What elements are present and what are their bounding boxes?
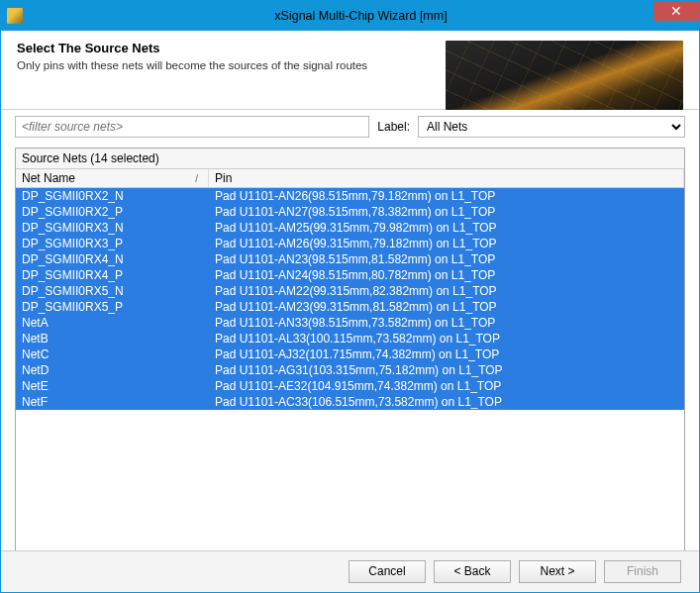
cancel-button[interactable]: Cancel — [349, 560, 426, 583]
label-caption: Label: — [377, 120, 410, 134]
cell-netname: NetB — [16, 331, 209, 346]
grid-caption: Source Nets (14 selected) — [16, 148, 684, 169]
filter-input[interactable] — [15, 116, 369, 138]
cell-netname: DP_SGMII0RX4_P — [16, 267, 209, 283]
table-row[interactable]: DP_SGMII0RX5_PPad U1101-AM23(99.315mm,81… — [16, 299, 684, 315]
close-button[interactable]: ✕ — [653, 1, 699, 21]
table-row[interactable]: DP_SGMII0RX2_NPad U1101-AN26(98.515mm,79… — [16, 188, 684, 204]
table-row[interactable]: NetEPad U1101-AE32(104.915mm,74.382mm) o… — [16, 378, 684, 394]
column-header-netname[interactable]: Net Name / — [16, 169, 209, 187]
cell-pin: Pad U1101-AC33(106.515mm,73.582mm) on L1… — [209, 394, 684, 410]
cell-pin: Pad U1101-AM25(99.315mm,79.982mm) on L1_… — [209, 220, 684, 236]
titlebar: xSignal Multi-Chip Wizard [mm] ✕ — [1, 1, 699, 31]
grid-body[interactable]: DP_SGMII0RX2_NPad U1101-AN26(98.515mm,79… — [16, 188, 684, 552]
table-row[interactable]: NetBPad U1101-AL33(100.115mm,73.582mm) o… — [16, 331, 684, 346]
cell-pin: Pad U1101-AN23(98.515mm,81.582mm) on L1_… — [209, 251, 684, 267]
cell-pin: Pad U1101-AM22(99.315mm,82.382mm) on L1_… — [209, 283, 684, 299]
cell-pin: Pad U1101-AN24(98.515mm,80.782mm) on L1_… — [209, 267, 684, 283]
cell-pin: Pad U1101-AM26(99.315mm,79.182mm) on L1_… — [209, 236, 684, 251]
table-row[interactable]: NetDPad U1101-AG31(103.315mm,75.182mm) o… — [16, 362, 684, 378]
cell-netname: DP_SGMII0RX3_N — [16, 220, 209, 236]
table-row[interactable]: DP_SGMII0RX4_PPad U1101-AN24(98.515mm,80… — [16, 267, 684, 283]
cell-pin: Pad U1101-AN26(98.515mm,79.182mm) on L1_… — [209, 188, 684, 204]
table-row[interactable]: DP_SGMII0RX3_PPad U1101-AM26(99.315mm,79… — [16, 236, 684, 251]
table-row[interactable]: NetAPad U1101-AN33(98.515mm,73.582mm) on… — [16, 315, 684, 331]
cell-netname: DP_SGMII0RX5_N — [16, 283, 209, 299]
header-graphic — [446, 41, 683, 110]
next-button[interactable]: Next > — [519, 560, 596, 583]
sort-asc-icon: / — [195, 173, 198, 184]
cell-pin: Pad U1101-AL33(100.115mm,73.582mm) on L1… — [209, 331, 684, 346]
cell-netname: DP_SGMII0RX2_N — [16, 188, 209, 204]
page-heading: Select The Source Nets — [17, 41, 446, 55]
cell-netname: NetE — [16, 378, 209, 394]
cell-netname: DP_SGMII0RX5_P — [16, 299, 209, 315]
cell-pin: Pad U1101-AN27(98.515mm,78.382mm) on L1_… — [209, 204, 684, 220]
cell-pin: Pad U1101-AE32(104.915mm,74.382mm) on L1… — [209, 378, 684, 394]
close-icon: ✕ — [670, 3, 682, 19]
wizard-footer: Cancel < Back Next > Finish — [1, 550, 699, 592]
finish-button: Finish — [604, 560, 681, 583]
cell-pin: Pad U1101-AG31(103.315mm,75.182mm) on L1… — [209, 362, 684, 378]
cell-netname: DP_SGMII0RX3_P — [16, 236, 209, 251]
column-header-pin-label: Pin — [215, 171, 232, 185]
cell-netname: NetC — [16, 346, 209, 362]
table-row[interactable]: DP_SGMII0RX2_PPad U1101-AN27(98.515mm,78… — [16, 204, 684, 220]
cell-pin: Pad U1101-AJ32(101.715mm,74.382mm) on L1… — [209, 346, 684, 362]
column-header-netname-label: Net Name — [22, 171, 75, 185]
back-button[interactable]: < Back — [434, 560, 511, 583]
table-row[interactable]: DP_SGMII0RX3_NPad U1101-AM25(99.315mm,79… — [16, 220, 684, 236]
cell-pin: Pad U1101-AN33(98.515mm,73.582mm) on L1_… — [209, 315, 684, 331]
window-title: xSignal Multi-Chip Wizard [mm] — [23, 9, 699, 23]
column-header-pin[interactable]: Pin — [209, 169, 684, 187]
cell-netname: NetF — [16, 394, 209, 410]
table-row[interactable]: DP_SGMII0RX5_NPad U1101-AM22(99.315mm,82… — [16, 283, 684, 299]
cell-netname: NetD — [16, 362, 209, 378]
app-icon — [7, 8, 23, 24]
table-row[interactable]: NetCPad U1101-AJ32(101.715mm,74.382mm) o… — [16, 346, 684, 362]
table-row[interactable]: NetFPad U1101-AC33(106.515mm,73.582mm) o… — [16, 394, 684, 410]
cell-pin: Pad U1101-AM23(99.315mm,81.582mm) on L1_… — [209, 299, 684, 315]
cell-netname: NetA — [16, 315, 209, 331]
source-nets-grid: Source Nets (14 selected) Net Name / Pin… — [15, 148, 685, 553]
cell-netname: DP_SGMII0RX2_P — [16, 204, 209, 220]
table-row[interactable]: DP_SGMII0RX4_NPad U1101-AN23(98.515mm,81… — [16, 251, 684, 267]
cell-netname: DP_SGMII0RX4_N — [16, 251, 209, 267]
wizard-header: Select The Source Nets Only pins with th… — [1, 31, 699, 110]
label-select[interactable]: All Nets — [418, 116, 685, 138]
page-subheading: Only pins with these nets will become th… — [17, 59, 446, 71]
